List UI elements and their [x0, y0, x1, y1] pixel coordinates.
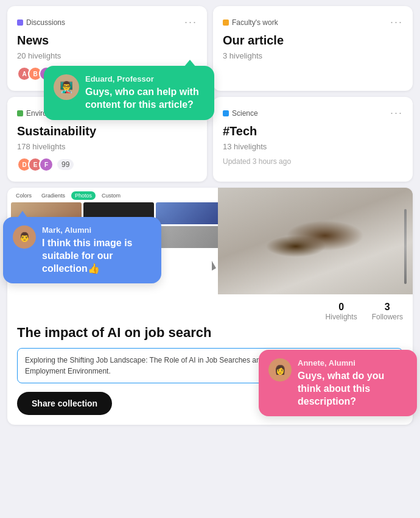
card-news-tag: Discussions	[17, 18, 65, 27]
card-stats: 0 Hivelights 3 Followers	[17, 302, 403, 321]
card-news-menu[interactable]: ···	[184, 16, 197, 29]
card-article-header: Faculty's work ···	[223, 16, 403, 29]
stat-followers: 3 Followers	[372, 302, 403, 321]
stat-followers-label: Followers	[372, 313, 403, 321]
card-sustainability-avatars: D E F	[17, 157, 54, 172]
tag-dot-orange	[223, 20, 229, 26]
inner-tabs: Colors Gradients Photos Custom	[7, 188, 229, 202]
pen-decoration	[404, 209, 407, 284]
stat-followers-value: 3	[372, 302, 403, 313]
card-tech-header: Science ···	[223, 107, 403, 119]
card-news-tag-label: Discussions	[26, 18, 65, 27]
card-news-header: Discussions ···	[17, 16, 197, 29]
bubble-pink-avatar: 👩	[268, 358, 292, 381]
card-tech-menu[interactable]: ···	[390, 107, 403, 119]
card-tech-title: #Tech	[223, 124, 403, 138]
stat-hivelights-label: Hivelights	[326, 313, 357, 321]
stat-hivelights-value: 0	[326, 302, 357, 313]
card-tech-tag: Science	[223, 109, 258, 118]
bubble-pink-name: Annete, Alumni	[298, 358, 407, 367]
photo-right	[218, 188, 413, 294]
cursor-arrow-icon	[208, 261, 216, 271]
article-title: The impact of AI on job search	[17, 325, 403, 341]
bubble-pink-content: Annete, Alumni Guys, what do you think a…	[298, 358, 407, 408]
tag-dot-blue	[223, 110, 229, 116]
card-news-title: News	[17, 34, 197, 48]
bubble-green-name: Eduard, Professor	[85, 74, 205, 83]
tag-dot-green	[17, 110, 23, 116]
inner-tab-colors[interactable]: Colors	[12, 191, 35, 200]
card-article-menu[interactable]: ···	[390, 16, 403, 29]
bubble-blue-content: Mark, Alumni I think this image is suita…	[42, 225, 152, 275]
glasses-image	[218, 188, 413, 294]
card-tech: Science ··· #Tech 13 hivelights Updated …	[213, 97, 413, 182]
card-article-tag-label: Faculty's work	[232, 18, 278, 27]
bubble-green-text: Guys, who can help with content for this…	[85, 86, 205, 112]
inner-tab-custom[interactable]: Custom	[98, 191, 124, 200]
card-article-title: Our article	[223, 34, 403, 48]
main-container: Discussions ··· News 20 hivelights A B C…	[0, 0, 420, 431]
card-tech-subtitle: 13 hivelights	[223, 142, 403, 151]
thumb-6	[156, 226, 226, 248]
card-tech-updated: Updated 3 hours ago	[223, 157, 403, 166]
bubble-blue: 👨 Mark, Alumni I think this image is sui…	[3, 217, 161, 283]
bubble-blue-name: Mark, Alumni	[42, 225, 152, 235]
bubble-green-content: Eduard, Professor Guys, who can help wit…	[85, 74, 205, 112]
card-article: Faculty's work ··· Our article 3 hivelig…	[213, 6, 413, 91]
thumb-3	[156, 202, 226, 224]
inner-tab-photos[interactable]: Photos	[71, 191, 96, 200]
card-sustainability-subtitle: 178 hivelights	[17, 142, 197, 151]
inner-tab-gradients[interactable]: Gradients	[38, 191, 69, 200]
bubble-pink: 👩 Annete, Alumni Guys, what do you think…	[259, 350, 417, 416]
share-collection-button[interactable]: Share collection	[17, 392, 112, 415]
bubble-blue-avatar: 👨	[13, 225, 36, 249]
card-sustainability-title: Sustainability	[17, 124, 197, 138]
tag-dot-purple	[17, 20, 23, 26]
card-tech-tag-label: Science	[232, 109, 258, 118]
bubble-green-avatar: 👨‍🏫	[54, 74, 79, 100]
bubble-blue-text: I think this image is suitable for our c…	[42, 237, 152, 275]
bubble-pink-text: Guys, what do you think about this descr…	[298, 370, 407, 408]
card-article-tag: Faculty's work	[223, 18, 278, 27]
avatar-s3: F	[39, 157, 54, 172]
card-article-subtitle: 3 hivelights	[223, 51, 403, 60]
stat-hivelights: 0 Hivelights	[326, 302, 357, 321]
bubble-green: 👨‍🏫 Eduard, Professor Guys, who can help…	[44, 66, 214, 120]
card-sustainability-footer: D E F 99	[17, 157, 197, 172]
card-news-subtitle: 20 hivelights	[17, 51, 197, 60]
card-sustainability-badge: 99	[57, 159, 74, 170]
